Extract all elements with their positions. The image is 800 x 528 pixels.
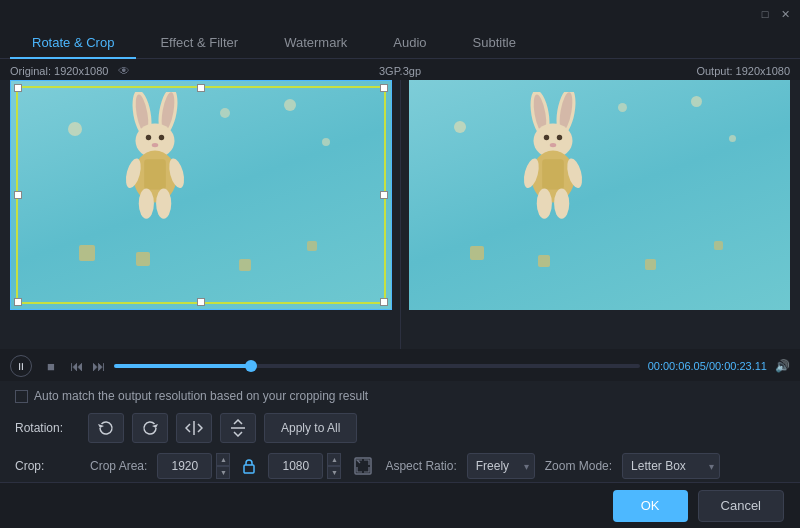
auto-match-label: Auto match the output resolution based o… — [34, 389, 368, 403]
crop-overlay — [11, 81, 391, 309]
crop-handle-mr[interactable] — [380, 191, 388, 199]
time-display: 00:00:06.05/00:00:23.11 — [648, 360, 767, 372]
stop-icon: ■ — [47, 359, 55, 374]
minimize-button[interactable]: □ — [758, 7, 772, 21]
crop-handle-tl[interactable] — [14, 84, 22, 92]
flip-horizontal-button[interactable] — [176, 413, 212, 443]
rotate-right-button[interactable] — [132, 413, 168, 443]
flip-h-icon — [185, 419, 203, 437]
crop-width-up[interactable]: ▲ — [216, 453, 230, 466]
tab-bar: Rotate & Crop Effect & Filter Watermark … — [0, 28, 800, 59]
file-label: 3GP.3gp — [379, 64, 421, 78]
crop-box[interactable] — [16, 86, 386, 304]
play-button[interactable]: ⏸ — [10, 355, 32, 377]
progress-bar[interactable] — [114, 364, 640, 368]
rotate-left-icon — [97, 419, 115, 437]
crop-width-input[interactable] — [157, 453, 212, 479]
crop-width-spinners: ▲ ▼ — [216, 453, 230, 479]
crop-handle-bm[interactable] — [197, 298, 205, 306]
playback-bar: ⏸ ■ ⏮ ⏭ 00:00:06.05/00:00:23.11 🔊 — [0, 349, 800, 381]
video-panels — [0, 80, 800, 349]
svg-point-20 — [557, 134, 562, 139]
crop-width-group: ▲ ▼ — [157, 453, 230, 479]
right-video-preview — [409, 80, 791, 310]
bunny-figure-right — [508, 92, 598, 222]
crop-row: Crop: Crop Area: ▲ ▼ ▲ — [15, 453, 785, 479]
eye-icon[interactable]: 👁 — [118, 64, 130, 78]
zoom-mode-select[interactable]: Letter Box Pan & Scan Full — [622, 453, 720, 479]
output-label: Output: 1920x1080 — [400, 64, 790, 78]
stop-button[interactable]: ■ — [40, 355, 62, 377]
rotate-right-icon — [141, 419, 159, 437]
left-video-panel — [10, 80, 392, 349]
next-frame-button[interactable]: ⏭ — [92, 358, 106, 374]
aspect-ratio-wrapper: Freely 16:9 4:3 1:1 9:16 — [467, 453, 535, 479]
bottom-bar: OK Cancel — [0, 482, 800, 528]
tab-effect-filter[interactable]: Effect & Filter — [138, 28, 260, 59]
volume-button[interactable]: 🔊 — [775, 359, 790, 373]
rotation-label: Rotation: — [15, 421, 80, 435]
crop-handle-tr[interactable] — [380, 84, 388, 92]
svg-point-27 — [555, 188, 570, 218]
original-label-row: Original: 1920x1080 👁 — [10, 64, 400, 78]
close-button[interactable]: ✕ — [778, 7, 792, 21]
flip-v-icon — [229, 419, 247, 437]
left-video-preview — [10, 80, 392, 310]
crop-area-label: Crop Area: — [90, 459, 147, 473]
rotate-left-button[interactable] — [88, 413, 124, 443]
tab-subtitle[interactable]: Subtitle — [451, 28, 538, 59]
svg-rect-30 — [244, 465, 254, 473]
original-label: Original: 1920x1080 — [10, 65, 108, 77]
cancel-button[interactable]: Cancel — [698, 490, 784, 522]
ok-button[interactable]: OK — [613, 490, 688, 522]
svg-point-19 — [544, 134, 549, 139]
svg-rect-23 — [543, 159, 565, 189]
aspect-ratio-select[interactable]: Freely 16:9 4:3 1:1 9:16 — [467, 453, 535, 479]
title-bar: □ ✕ — [0, 0, 800, 28]
crop-height-group: ▲ ▼ — [268, 453, 341, 479]
prev-frame-button[interactable]: ⏮ — [70, 358, 84, 374]
main-content: Original: 1920x1080 👁 3GP.3gp Output: 19… — [0, 59, 800, 523]
crop-height-input[interactable] — [268, 453, 323, 479]
zoom-mode-wrapper: Letter Box Pan & Scan Full — [622, 453, 720, 479]
crop-width-down[interactable]: ▼ — [216, 466, 230, 479]
flip-vertical-button[interactable] — [220, 413, 256, 443]
svg-point-21 — [550, 142, 557, 146]
tab-rotate-crop[interactable]: Rotate & Crop — [10, 28, 136, 59]
crop-handle-bl[interactable] — [14, 298, 22, 306]
crop-label: Crop: — [15, 459, 80, 473]
crop-handle-ml[interactable] — [14, 191, 22, 199]
tab-watermark[interactable]: Watermark — [262, 28, 369, 59]
crop-height-down[interactable]: ▼ — [327, 466, 341, 479]
auto-match-row: Auto match the output resolution based o… — [15, 389, 785, 403]
auto-match-checkbox[interactable] — [15, 390, 28, 403]
crop-height-spinners: ▲ ▼ — [327, 453, 341, 479]
aspect-ratio-label: Aspect Ratio: — [385, 459, 456, 473]
crop-handle-tm[interactable] — [197, 84, 205, 92]
video-separator — [400, 80, 401, 349]
progress-handle[interactable] — [245, 360, 257, 372]
apply-all-button[interactable]: Apply to All — [264, 413, 357, 443]
progress-fill — [114, 364, 251, 368]
expand-button[interactable] — [351, 454, 375, 478]
play-icon: ⏸ — [16, 361, 26, 372]
crop-height-up[interactable]: ▲ — [327, 453, 341, 466]
right-video-panel — [409, 80, 791, 349]
lock-aspect-button[interactable] — [240, 457, 258, 475]
zoom-mode-label: Zoom Mode: — [545, 459, 612, 473]
tab-audio[interactable]: Audio — [371, 28, 448, 59]
rotation-row: Rotation: — [15, 413, 785, 443]
svg-point-26 — [537, 188, 552, 218]
crop-handle-br[interactable] — [380, 298, 388, 306]
